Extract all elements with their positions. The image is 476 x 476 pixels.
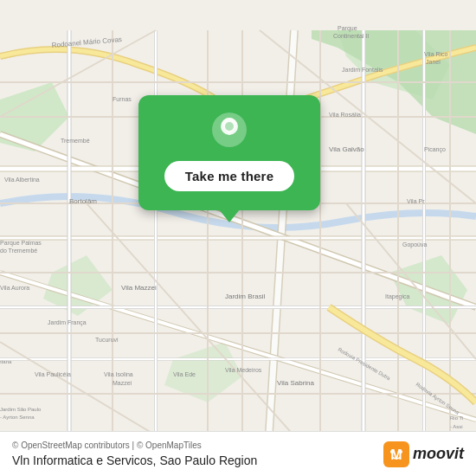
svg-text:Vila Mazzei: Vila Mazzei (121, 284, 157, 292)
svg-text:Vila Ede: Vila Ede (173, 371, 196, 377)
svg-text:Jardim São Paulo: Jardim São Paulo (0, 407, 42, 412)
svg-text:Continental II: Continental II (333, 33, 369, 39)
svg-text:Parque Palmas: Parque Palmas (0, 240, 42, 247)
svg-text:- Ayrton Senna: - Ayrton Senna (0, 415, 35, 420)
svg-text:Gopoúva: Gopoúva (402, 241, 428, 248)
map-container: Rodoanel Mário Covas Furnas Tremembé Vil… (0, 0, 476, 476)
svg-text:Itapegica: Itapegica (385, 293, 410, 300)
svg-text:Tremembé: Tremembé (61, 138, 90, 144)
bottom-left: © OpenStreetMap contributors | © OpenMap… (12, 441, 257, 467)
svg-text:Vila Aurora: Vila Aurora (0, 285, 29, 291)
svg-text:Tucuruvi: Tucuruvi (95, 337, 119, 343)
svg-text:Vila Sabrina: Vila Sabrina (277, 379, 315, 387)
bottom-bar: © OpenStreetMap contributors | © OpenMap… (0, 431, 476, 476)
svg-text:Vila Galvão: Vila Galvão (329, 145, 364, 153)
svg-text:Furnas: Furnas (113, 96, 132, 102)
svg-text:Vila Albertina: Vila Albertina (4, 177, 40, 183)
svg-text:Vila Pr: Vila Pr (407, 198, 425, 204)
svg-text:Vila Isolina: Vila Isolina (104, 371, 133, 377)
svg-text:Janel: Janel (426, 59, 441, 65)
svg-text:Bortolâm: Bortolâm (69, 197, 97, 205)
svg-text:Parque: Parque (338, 25, 357, 32)
moovit-brand-text: moovit (413, 445, 464, 463)
map-svg: Rodoanel Mário Covas Furnas Tremembé Vil… (0, 0, 476, 476)
location-popup: Take me there (138, 95, 320, 210)
svg-text:Vila Paulicéia: Vila Paulicéia (35, 371, 71, 377)
svg-text:- Assi: - Assi (450, 424, 463, 429)
svg-text:do Tremembé: do Tremembé (0, 248, 37, 254)
take-me-there-button[interactable]: Take me there (164, 161, 294, 191)
svg-text:Vila Rosália: Vila Rosália (329, 112, 361, 118)
moovit-brand-icon: M (383, 441, 409, 467)
svg-text:Mazzei: Mazzei (113, 380, 132, 386)
svg-text:Jardim França: Jardim França (48, 319, 87, 326)
location-pin-icon (210, 111, 248, 149)
svg-text:Rio Ti: Rio Ti (450, 415, 463, 421)
svg-text:Vila Rico: Vila Rico (424, 51, 448, 57)
svg-text:antana: antana (0, 359, 12, 364)
location-name: Vln Informatica e Servicos, Sao Paulo Re… (12, 453, 257, 467)
svg-point-88 (399, 450, 402, 453)
svg-text:Jardim Brasil: Jardim Brasil (225, 293, 265, 300)
svg-text:Picanço: Picanço (424, 146, 446, 153)
moovit-logo[interactable]: M moovit (383, 441, 464, 467)
svg-text:Vila Medeiros: Vila Medeiros (225, 367, 262, 373)
svg-text:Jardim Fontalis: Jardim Fontalis (342, 67, 383, 73)
svg-point-87 (390, 450, 394, 453)
copyright-text: © OpenStreetMap contributors | © OpenMap… (12, 441, 257, 450)
svg-text:M: M (390, 447, 402, 462)
